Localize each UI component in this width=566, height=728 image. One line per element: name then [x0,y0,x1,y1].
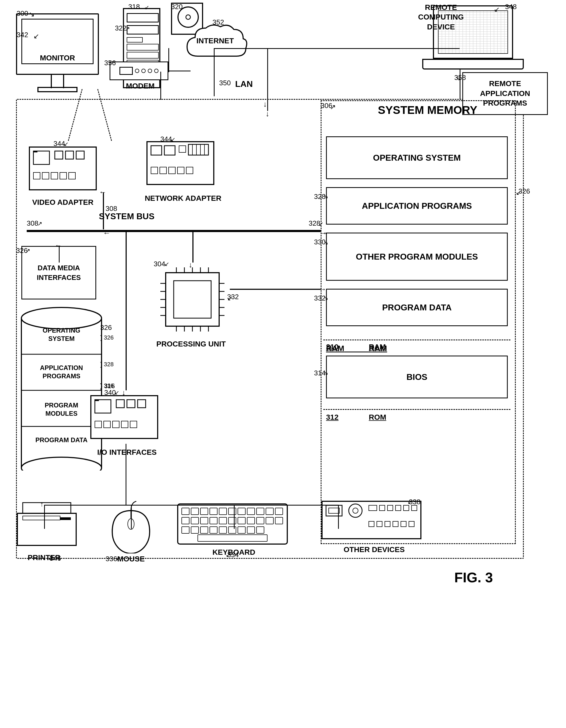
svg-rect-118 [369,521,374,527]
ref-344b: 344 [160,135,172,143]
diagram: MONITOR 342 ↙ 300 ↘ 318 ↙ 322 ↗ 320 [0,0,566,728]
video-adapter-label: VIDEO ADAPTER [24,198,102,207]
svg-rect-82 [247,508,255,515]
svg-rect-61 [104,421,110,428]
ref-322: 322 [115,24,126,32]
svg-rect-102 [229,527,236,533]
svg-rect-8 [42,172,49,179]
svg-rect-78 [210,508,217,515]
svg-rect-81 [238,508,245,515]
svg-rect-91 [229,517,236,524]
svg-rect-24 [178,167,184,174]
svg-point-27 [21,307,102,329]
svg-rect-13 [151,146,162,155]
svg-rect-15 [179,146,186,152]
svg-rect-10 [60,172,67,179]
modem-internet-line [169,71,191,71]
svg-rect-7 [33,172,40,179]
rom-text: ROM [369,413,386,422]
svg-rect-84 [266,508,274,515]
printer-label: PRINTER [15,553,74,562]
svg-rect-109 [329,508,339,513]
ref-300: 300 [17,9,28,18]
ref-310: 310 [326,343,338,351]
network-adapter-drawing [144,136,219,191]
svg-rect-60 [95,421,102,428]
svg-rect-6 [76,151,84,159]
svg-rect-11 [69,172,75,179]
internet-cloud: INTERNET [182,21,249,71]
ref-356: 356 [104,59,116,67]
svg-rect-55 [95,400,111,413]
system-memory-label: SYSTEM MEMORY [361,103,494,118]
video-adapter-drawing [27,142,102,196]
svg-rect-62 [113,421,119,428]
svg-rect-103 [238,527,245,533]
svg-rect-87 [191,517,199,524]
network-adapter-label: NETWORK ADAPTER [144,194,222,203]
svg-rect-92 [238,517,245,524]
svg-rect-106 [198,535,267,541]
ref-308a: 308 [27,219,38,228]
svg-rect-117 [411,505,417,511]
svg-rect-119 [377,521,382,527]
svg-rect-101 [219,527,227,533]
svg-rect-95 [266,517,274,524]
svg-rect-97 [182,527,189,533]
svg-rect-100 [210,527,217,533]
svg-rect-93 [247,517,255,524]
svg-rect-114 [387,505,393,511]
app-programs-box: APPLICATION PROGRAMS [326,187,508,225]
svg-rect-59 [138,400,146,408]
other-devices-label: OTHER DEVICES [323,545,425,554]
svg-rect-76 [191,508,199,515]
svg-rect-64 [130,421,137,428]
ref-344a: 344 [53,140,65,148]
svg-rect-63 [121,421,128,428]
svg-rect-22 [160,167,167,174]
other-devices-drawing [321,500,422,544]
ref-316: } 316 [100,382,115,390]
other-modules-box: OTHER PROGRAM MODULES [326,233,508,281]
io-interfaces-drawing [88,390,163,445]
svg-rect-116 [403,505,409,511]
ref-318: 318 [128,3,140,11]
svg-rect-122 [401,521,406,527]
remote-computing-label: REMOTECOMPUTINGDEVICE [414,3,468,32]
svg-rect-5 [66,151,74,159]
svg-rect-98 [191,527,199,533]
ref-342: 342 [17,31,28,39]
svg-rect-85 [275,508,283,515]
bios-box: BIOS [326,356,508,398]
keyboard-drawing [176,503,288,546]
svg-rect-4 [55,151,63,159]
svg-rect-21 [151,167,158,174]
svg-rect-16 [189,144,209,155]
svg-rect-57 [116,400,124,408]
svg-rect-67 [23,516,60,520]
ram-text: RAM [369,343,386,351]
ref-308b: 308 [106,205,117,213]
ref-304: 304 [154,260,165,268]
svg-rect-14 [164,146,175,155]
svg-rect-33 [174,281,211,318]
io-interfaces-label: I/O INTERFACES [88,448,166,457]
monitor-label: MONITOR [20,53,95,63]
svg-rect-75 [182,508,189,515]
svg-rect-99 [201,527,208,533]
modem-box [110,61,168,80]
svg-rect-105 [257,527,264,533]
svg-rect-88 [201,517,208,524]
svg-rect-80 [229,508,236,515]
ref-326c: 326 [100,323,112,332]
processing-unit-label: PROCESSING UNIT [154,340,229,349]
svg-rect-77 [201,508,208,515]
svg-rect-89 [210,517,217,524]
ref-336: 336 [106,555,117,563]
printer-drawing [15,500,79,554]
disk-cylinder: OPERATINGSYSTEM APPLICATIONPROGRAMS PROG… [16,305,107,472]
os-box: OPERATING SYSTEM [326,136,508,179]
svg-rect-65 [23,503,71,513]
svg-rect-3 [35,152,36,152]
svg-rect-9 [51,172,58,179]
